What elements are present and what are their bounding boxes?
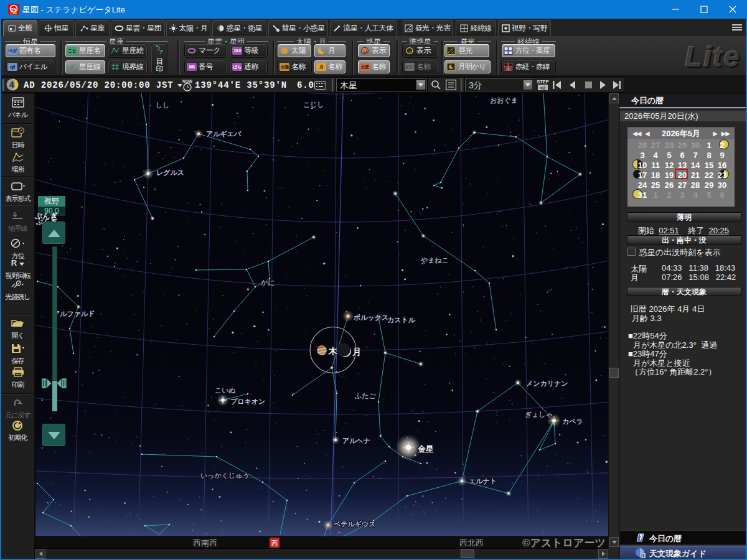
svg-text:×2: ×2 xyxy=(540,85,546,91)
svg-text:レグルス: レグルス xyxy=(156,169,184,176)
svg-text:Lite: Lite xyxy=(11,11,17,15)
svg-text:かに: かに xyxy=(260,279,275,286)
svg-text:エルナト: エルナト xyxy=(469,477,497,485)
svg-text:アルヘナ: アルヘナ xyxy=(342,437,370,444)
svg-text:金星: 金星 xyxy=(417,444,434,454)
svg-text:西北西: 西北西 xyxy=(459,538,484,548)
svg-text:おおぐま: おおぐま xyxy=(490,96,518,105)
svg-text:SN: SN xyxy=(11,7,16,11)
svg-text:木: 木 xyxy=(328,346,337,356)
svg-text:こじし: こじし xyxy=(303,101,324,108)
svg-text:しし: しし xyxy=(156,101,170,109)
svg-text:メンカリナン: メンカリナン xyxy=(526,380,568,387)
svg-text:月: 月 xyxy=(352,347,361,357)
svg-text:ふたご: ふたご xyxy=(354,392,377,399)
svg-text:STEP: STEP xyxy=(537,79,549,85)
svg-text:カペラ: カペラ xyxy=(562,418,583,425)
svg-text:アルギエバ: アルギエバ xyxy=(206,130,242,138)
svg-text:4: 4 xyxy=(9,80,14,90)
svg-text:アルファルド: アルファルド xyxy=(53,310,95,317)
svg-text:西: 西 xyxy=(271,539,278,547)
svg-text:©アストロアーツ: ©アストロアーツ xyxy=(522,537,606,549)
svg-text:2000: 2000 xyxy=(505,67,512,71)
svg-text:西南西: 西南西 xyxy=(193,538,217,548)
svg-text:カストル: カストル xyxy=(387,316,416,324)
svg-text:こいぬ: こいぬ xyxy=(215,386,236,394)
svg-text:やまねこ: やまねこ xyxy=(420,256,449,264)
svg-text:ぎょしゃ: ぎょしゃ xyxy=(525,411,553,419)
svg-text:NOW: NOW xyxy=(182,79,193,83)
svg-text:ベテルギウス: ベテルギウス xyxy=(333,520,376,528)
svg-text:いっかくじゅう: いっかくじゅう xyxy=(200,472,250,480)
svg-text:プロキオン: プロキオン xyxy=(230,398,265,405)
svg-text:ポルックス: ポルックス xyxy=(353,314,388,321)
